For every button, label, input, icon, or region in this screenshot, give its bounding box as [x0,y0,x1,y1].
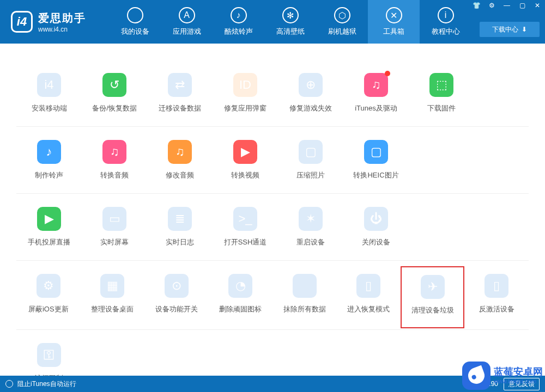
tool-进入恢复模式[interactable]: ▯进入恢复模式 [336,274,400,316]
tool-label: 转换音频 [100,170,129,180]
tool-icon: >_ [233,207,257,231]
nav-label: 刷机越狱 [328,27,356,36]
tool-重启设备[interactable]: ✶重启设备 [278,207,343,247]
close-button[interactable]: ✕ [530,0,545,11]
tool-label: iTunes及驱动 [355,103,397,113]
nav-icon: i [438,7,454,23]
logo-badge-icon: i4 [11,11,33,33]
tool-label: 设备功能开关 [155,304,198,314]
tool-打开SSH通道[interactable]: >_打开SSH通道 [213,207,278,247]
tool-icon: ⊙ [165,274,189,298]
tool-迁移设备数据[interactable]: ⇄迁移设备数据 [147,73,213,113]
nav-item-3[interactable]: ✻高清壁纸 [264,0,316,44]
tool-抹除所有数据[interactable]: 抹除所有数据 [272,274,336,316]
tool-关闭设备[interactable]: ⏻关闭设备 [343,207,409,247]
tool-label: 转换HEIC图片 [353,170,398,180]
tool-icon: ✶ [299,207,323,231]
tool-icon: ♫ [168,140,192,164]
tool-icon [293,274,317,298]
nav-icon: ♪ [231,7,247,23]
window-controls: 👕 ⚙ — ▢ ✕ [469,0,545,11]
tool-icon: ⏻ [364,207,388,231]
nav-item-4[interactable]: ⬡刷机越狱 [316,0,368,44]
tool-反激活设备[interactable]: ▯反激活设备 [464,274,528,316]
tool-修改音频[interactable]: ♫修改音频 [147,140,213,180]
app-logo: i4 爱思助手 www.i4.cn [0,11,109,33]
nav-label: 应用游戏 [173,27,201,36]
tool-label: 备份/恢复数据 [92,103,137,113]
tool-修复游戏失效[interactable]: ⊕修复游戏失效 [278,73,343,113]
tool-实时日志[interactable]: ≣实时日志 [147,207,213,247]
titlebar: i4 爱思助手 www.i4.cn 我的设备A应用游戏♪酷炫铃声✻高清壁纸⬡刷机… [0,0,545,44]
tool-row: ♪制作铃声♫转换音频♫修改音频▶转换视频▢压缩照片▢转换HEIC图片 [16,127,529,194]
app-name: 爱思助手 [38,11,86,26]
tool-下载固件[interactable]: ⬚下载固件 [409,73,474,113]
download-center-button[interactable]: 下载中心 ⬇ [480,22,540,37]
tool-label: 压缩照片 [296,170,325,180]
tool-设备功能开关[interactable]: ⊙设备功能开关 [144,274,208,316]
nav-icon: ⬡ [334,7,350,23]
tool-label: 打开SSH通道 [224,237,267,247]
tool-label: 实时屏幕 [100,237,129,247]
tool-icon: ▯ [356,274,380,298]
tool-压缩照片[interactable]: ▢压缩照片 [278,140,343,180]
tool-icon: ▯ [485,274,508,298]
tool-icon: ⚙ [37,274,60,298]
tool-label: 关闭设备 [362,237,390,247]
tool-grid: i4安装移动端↺备份/恢复数据⇄迁移设备数据ID修复应用弹窗⊕修复游戏失效♫iT… [0,44,545,392]
tool-icon: ▭ [102,207,126,231]
tool-icon: ♫ [102,140,126,164]
tool-屏蔽iOS更新[interactable]: ⚙屏蔽iOS更新 [16,274,80,316]
nav-item-2[interactable]: ♪酷炫铃声 [213,0,264,44]
skin-icon[interactable]: 👕 [469,0,484,11]
nav-item-1[interactable]: A应用游戏 [161,0,213,44]
tool-row: ▶手机投屏直播▭实时屏幕≣实时日志>_打开SSH通道✶重启设备⏻关闭设备 [16,194,529,261]
tool-转换视频[interactable]: ▶转换视频 [213,140,278,180]
tool-icon: ID [233,73,257,97]
tool-手机投屏直播[interactable]: ▶手机投屏直播 [16,207,82,247]
tool-修复应用弹窗[interactable]: ID修复应用弹窗 [213,73,278,113]
tool-icon: ♪ [37,140,61,164]
tool-label: 清理设备垃圾 [411,305,454,315]
block-itunes-label: 阻止iTunes自动运行 [17,379,76,389]
tool-label: 进入恢复模式 [347,304,390,314]
settings-icon[interactable]: ⚙ [484,0,499,11]
tool-iTunes及驱动[interactable]: ♫iTunes及驱动 [343,73,409,113]
tool-制作铃声[interactable]: ♪制作铃声 [16,140,82,180]
tool-label: 下载固件 [427,103,456,113]
nav-item-0[interactable]: 我的设备 [109,0,161,44]
block-itunes-radio[interactable] [5,380,13,388]
tool-row: i4安装移动端↺备份/恢复数据⇄迁移设备数据ID修复应用弹窗⊕修复游戏失效♫iT… [16,60,529,127]
nav-label: 工具箱 [383,27,404,36]
tool-实时屏幕[interactable]: ▭实时屏幕 [82,207,147,247]
tool-label: 手机投屏直播 [28,237,70,247]
tool-label: 屏蔽iOS更新 [28,304,69,314]
tool-label: 修复游戏失效 [289,103,332,113]
tool-label: 整理设备桌面 [91,304,134,314]
tool-row: ⚙屏蔽iOS更新▦整理设备桌面⊙设备功能开关◔删除顽固图标抹除所有数据▯进入恢复… [16,261,529,330]
nav-label: 酷炫铃声 [225,27,253,36]
tool-安装移动端[interactable]: i4安装移动端 [16,73,82,113]
tool-label: 实时日志 [166,237,194,247]
tool-label: 安装移动端 [32,103,67,113]
nav-icon: ✻ [282,7,299,23]
tool-转换音频[interactable]: ♫转换音频 [82,140,147,180]
maximize-button[interactable]: ▢ [514,0,530,11]
tool-label: 转换视频 [231,170,259,180]
nav-item-6[interactable]: i教程中心 [420,0,471,44]
minimize-button[interactable]: — [499,0,514,11]
tool-icon: ♫ [364,73,388,97]
tool-删除顽固图标[interactable]: ◔删除顽固图标 [208,274,272,316]
watermark-name: 蓝莓安卓网 [494,367,543,378]
watermark: 蓝莓安卓网 www.lmkjst.com [462,362,543,390]
tool-清理设备垃圾[interactable]: ✈清理设备垃圾 [401,266,465,328]
tool-整理设备桌面[interactable]: ▦整理设备桌面 [80,274,144,316]
tool-转换HEIC图片[interactable]: ▢转换HEIC图片 [343,140,409,180]
tool-label: 抹除所有数据 [283,304,326,314]
tool-icon: ▢ [364,140,388,164]
tool-icon: ≣ [168,207,192,231]
tool-label: 制作铃声 [35,170,63,180]
nav-item-5[interactable]: ✕工具箱 [368,0,420,44]
nav-label: 高清壁纸 [276,27,305,36]
tool-备份/恢复数据[interactable]: ↺备份/恢复数据 [82,73,147,113]
